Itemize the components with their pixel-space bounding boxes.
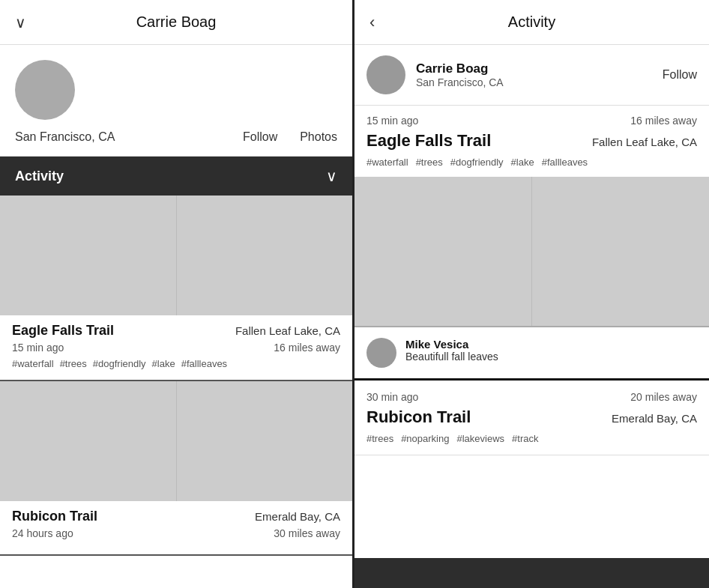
- activity-trail-dist-1: 16 miles away: [630, 115, 697, 127]
- trail-name-1: Eagle Falls Trail: [12, 323, 114, 339]
- activity-bar-label: Activity: [15, 169, 64, 184]
- trail-meta-row-1: 15 min ago 16 miles away: [12, 342, 340, 354]
- r-trail-tag-trees[interactable]: #trees: [416, 157, 443, 168]
- right-panel: ‹ Activity Carrie Boag San Francisco, CA…: [354, 0, 709, 588]
- activity-trail-name-2: Rubicon Trail: [366, 407, 471, 427]
- left-header: ∨ Carrie Boag: [0, 0, 352, 45]
- activity-trail-card-2[interactable]: 30 min ago 20 miles away Rubicon Trail E…: [354, 381, 709, 455]
- trail-images-1: [0, 196, 352, 315]
- trail-name-2: Rubicon Trail: [12, 509, 97, 524]
- r2-trail-tag-lakeviews[interactable]: #lakeviews: [456, 433, 504, 444]
- trail-card-1[interactable]: Eagle Falls Trail Fallen Leaf Lake, CA 1…: [0, 196, 352, 381]
- trail-tag-waterfall[interactable]: #waterfall: [12, 358, 54, 369]
- activity-trail-img-1b: [532, 177, 709, 326]
- trail-time-2: 24 hours ago: [12, 527, 73, 539]
- activity-chevron-icon[interactable]: ∨: [326, 167, 337, 185]
- trail-tag-dogfriendly[interactable]: #dogfriendly: [93, 358, 146, 369]
- trail-location-1: Fallen Leaf Lake, CA: [235, 324, 340, 337]
- activity-follow-button[interactable]: Follow: [663, 68, 697, 82]
- photos-button[interactable]: Photos: [300, 130, 337, 144]
- profile-info-row: San Francisco, CA Follow Photos: [15, 130, 337, 144]
- activity-user-avatar: [366, 55, 405, 94]
- trail-image-1b: [177, 196, 353, 315]
- activity-trail-meta-2: 30 min ago 20 miles away: [354, 381, 709, 407]
- avatar: [15, 60, 75, 120]
- activity-user-location: San Francisco, CA: [416, 76, 663, 88]
- trail-name-row-2: Rubicon Trail Emerald Bay, CA: [12, 509, 340, 524]
- r-trail-tag-waterfall[interactable]: #waterfall: [366, 157, 408, 168]
- r2-trail-tag-track[interactable]: #track: [512, 433, 538, 444]
- activity-trail-name-row-2: Rubicon Trail Emerald Bay, CA: [354, 407, 709, 433]
- activity-trail-tags-1: #waterfall #trees #dogfriendly #lake #fa…: [354, 157, 709, 177]
- activity-trail-card-1[interactable]: 15 min ago 16 miles away Eagle Falls Tra…: [354, 106, 709, 327]
- trail-distance-2: 30 miles away: [274, 527, 340, 539]
- profile-actions: Follow Photos: [243, 130, 337, 144]
- commenter-avatar: [366, 338, 396, 368]
- bottom-bar: [354, 558, 709, 588]
- comment-row: Mike Vesica Beautifull fall leaves: [354, 327, 709, 381]
- trail-tag-fallleaves[interactable]: #fallleaves: [181, 358, 227, 369]
- r-trail-tag-fallleaves[interactable]: #fallleaves: [542, 157, 588, 168]
- trail-location-2: Emerald Bay, CA: [255, 510, 340, 523]
- trail-card-2[interactable]: Rubicon Trail Emerald Bay, CA 24 hours a…: [0, 381, 352, 556]
- activity-trail-time-1: 15 min ago: [366, 115, 418, 127]
- chevron-down-icon[interactable]: ∨: [15, 13, 26, 31]
- left-panel: ∨ Carrie Boag San Francisco, CA Follow P…: [0, 0, 354, 588]
- r-trail-tag-dogfriendly[interactable]: #dogfriendly: [450, 157, 504, 168]
- r-trail-tag-lake[interactable]: #lake: [511, 157, 534, 168]
- comment-text: Beautifull fall leaves: [405, 351, 498, 363]
- follow-button[interactable]: Follow: [243, 130, 277, 144]
- activity-trail-dist-2: 20 miles away: [630, 391, 697, 403]
- activity-trail-name-1: Eagle Falls Trail: [366, 131, 491, 151]
- trail-time-1: 15 min ago: [12, 342, 64, 354]
- activity-user-info: Carrie Boag San Francisco, CA: [416, 61, 663, 88]
- trail-meta-row-2: 24 hours ago 30 miles away: [12, 527, 340, 539]
- right-header-title: Activity: [508, 13, 555, 31]
- back-icon[interactable]: ‹: [369, 13, 375, 32]
- commenter-name[interactable]: Mike Vesica: [405, 338, 498, 351]
- activity-trail-location-2: Emerald Bay, CA: [612, 412, 697, 425]
- profile-location: San Francisco, CA: [15, 130, 115, 144]
- r2-trail-tag-trees[interactable]: #trees: [366, 433, 393, 444]
- activity-trail-img-1a: [354, 177, 532, 326]
- trail-image-2b: [177, 381, 353, 501]
- trail-distance-1: 16 miles away: [274, 342, 340, 354]
- activity-trail-images-1: [354, 177, 709, 327]
- trail-images-2: [0, 381, 352, 501]
- trail-tag-lake[interactable]: #lake: [152, 358, 175, 369]
- right-header: ‹ Activity: [354, 0, 709, 45]
- trail-info-1: Eagle Falls Trail Fallen Leaf Lake, CA 1…: [0, 315, 352, 380]
- activity-trail-time-2: 30 min ago: [366, 391, 418, 403]
- activity-bar[interactable]: Activity ∨: [0, 157, 352, 196]
- trail-tag-trees[interactable]: #trees: [60, 358, 87, 369]
- trail-tags-1: #waterfall #trees #dogfriendly #lake #fa…: [12, 358, 340, 369]
- trail-image-1a: [0, 196, 177, 315]
- trail-name-row-1: Eagle Falls Trail Fallen Leaf Lake, CA: [12, 323, 340, 339]
- left-header-title: Carrie Boag: [136, 13, 217, 31]
- activity-trail-tags-2: #trees #noparking #lakeviews #track: [354, 433, 709, 455]
- comment-content: Mike Vesica Beautifull fall leaves: [405, 338, 498, 363]
- activity-trail-meta-1: 15 min ago 16 miles away: [354, 106, 709, 131]
- profile-section: San Francisco, CA Follow Photos: [0, 45, 352, 157]
- activity-trail-name-row-1: Eagle Falls Trail Fallen Leaf Lake, CA: [354, 131, 709, 157]
- activity-trail-location-1: Fallen Leaf Lake, CA: [592, 136, 697, 148]
- activity-user-name: Carrie Boag: [416, 61, 663, 76]
- trail-info-2: Rubicon Trail Emerald Bay, CA 24 hours a…: [0, 501, 352, 554]
- activity-user-row: Carrie Boag San Francisco, CA Follow: [354, 45, 709, 106]
- r2-trail-tag-noparking[interactable]: #noparking: [401, 433, 449, 444]
- trail-image-2a: [0, 381, 177, 501]
